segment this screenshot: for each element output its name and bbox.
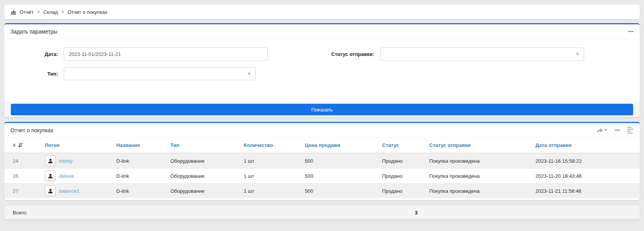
list-icon bbox=[627, 127, 634, 134]
cell-send-status: Покупка произведена bbox=[421, 187, 528, 196]
row-id-link[interactable]: 26 bbox=[4, 172, 37, 180]
parameters-panel: Задать параметры Дата: Тип: bbox=[4, 23, 640, 117]
chevron-down-icon bbox=[248, 73, 251, 75]
minus-icon bbox=[628, 31, 634, 32]
cell-price: 500 bbox=[297, 187, 374, 196]
send-status-label: Статус отправки: bbox=[322, 51, 380, 57]
totals-bar: Всего: 3 bbox=[4, 206, 640, 219]
parameters-form: Дата: Тип: Статус отправки: bbox=[4, 39, 640, 102]
user-icon bbox=[48, 188, 53, 194]
login-link[interactable]: deluxe bbox=[59, 173, 74, 179]
table-settings-button[interactable] bbox=[627, 127, 634, 134]
date-label: Дата: bbox=[10, 51, 64, 57]
user-profile-button[interactable] bbox=[45, 155, 56, 166]
collapse-button[interactable] bbox=[614, 130, 620, 131]
breadcrumb-separator: > bbox=[37, 9, 40, 15]
cell-type: Оборудование bbox=[163, 172, 236, 180]
report-panel: Отчет о покупках # bbox=[4, 122, 640, 200]
minus-icon bbox=[614, 130, 620, 131]
chevron-down-icon bbox=[576, 53, 579, 55]
cell-price: 500 bbox=[297, 157, 374, 165]
report-panel-header: Отчет о покупках bbox=[4, 123, 640, 138]
cell-send-date: 2023-11-16 15:58:22 bbox=[528, 157, 640, 165]
column-header-type[interactable]: Тип bbox=[163, 141, 236, 150]
user-icon bbox=[48, 158, 53, 164]
cell-send-date: 2023-11-20 16:43:46 bbox=[528, 172, 640, 180]
cell-name: D-link bbox=[109, 172, 163, 180]
cell-send-status: Покупка произведена bbox=[421, 157, 528, 165]
user-profile-button[interactable] bbox=[45, 185, 56, 196]
row-id-link[interactable]: 24 bbox=[4, 157, 37, 165]
column-header-number[interactable]: # bbox=[4, 141, 37, 150]
export-share-button[interactable] bbox=[596, 128, 607, 133]
column-header-price[interactable]: Цена продажи bbox=[297, 141, 374, 150]
send-status-select[interactable] bbox=[380, 47, 584, 61]
table-row: 24 triplay D-link Оборудование 1 шт 500 … bbox=[4, 153, 640, 168]
table-header-row: # Логин Название Тип Количество Цена про… bbox=[4, 138, 640, 153]
table-body: 24 triplay D-link Оборудование 1 шт 500 … bbox=[4, 153, 640, 198]
show-button[interactable]: Показать bbox=[11, 104, 633, 115]
parameters-panel-header: Задать параметры bbox=[4, 24, 640, 39]
cell-name: D-link bbox=[109, 157, 163, 165]
report-panel-title: Отчет о покупках bbox=[10, 127, 53, 133]
column-header-name[interactable]: Название bbox=[109, 141, 163, 150]
cell-type: Оборудование bbox=[163, 157, 236, 165]
cell-quantity: 1 шт bbox=[236, 172, 297, 180]
cell-status: Продано bbox=[374, 157, 421, 165]
collapse-button[interactable] bbox=[628, 31, 634, 32]
bar-chart-icon bbox=[10, 9, 17, 15]
table-row: 27 balance1 D-link Оборудование 1 шт 500… bbox=[4, 183, 640, 198]
total-count: 3 bbox=[374, 210, 421, 216]
column-header-quantity[interactable]: Количество bbox=[236, 141, 297, 150]
column-header-status[interactable]: Статус bbox=[374, 141, 421, 150]
breadcrumb: Отчёт > Склад > Отчет о покупках bbox=[4, 5, 640, 19]
user-profile-button[interactable] bbox=[45, 170, 56, 181]
cell-send-date: 2023-11-21 11:58:46 bbox=[528, 187, 640, 196]
breadcrumb-item-warehouse[interactable]: Склад bbox=[43, 9, 58, 15]
cell-price: 500 bbox=[297, 172, 374, 180]
cell-type: Оборудование bbox=[163, 187, 236, 196]
sort-icon bbox=[18, 143, 23, 148]
page: Отчёт > Склад > Отчет о покупках Задать … bbox=[0, 0, 644, 219]
breadcrumb-item-report[interactable]: Отчёт bbox=[20, 9, 34, 15]
table-row: 26 deluxe D-link Оборудование 1 шт 500 П… bbox=[4, 168, 640, 183]
login-link[interactable]: balance1 bbox=[59, 188, 80, 194]
type-label: Тип: bbox=[10, 71, 64, 77]
column-header-send-date[interactable]: Дата отправки bbox=[528, 141, 640, 150]
login-link[interactable]: triplay bbox=[59, 158, 73, 164]
cell-quantity: 1 шт bbox=[236, 187, 297, 196]
parameters-panel-footer: Показать bbox=[4, 102, 640, 117]
breadcrumb-separator: > bbox=[61, 9, 64, 15]
cell-quantity: 1 шт bbox=[236, 157, 297, 165]
column-header-send-status[interactable]: Статус отправки bbox=[421, 141, 528, 150]
cell-name: D-link bbox=[109, 187, 163, 196]
cell-status: Продано bbox=[374, 172, 421, 180]
breadcrumb-item-current: Отчет о покупках bbox=[68, 9, 107, 15]
row-id-link[interactable]: 27 bbox=[4, 187, 37, 196]
share-arrow-icon bbox=[596, 128, 603, 133]
total-label: Всего: bbox=[4, 210, 163, 216]
parameters-panel-title: Задать параметры bbox=[10, 29, 58, 35]
chevron-down-icon bbox=[604, 129, 607, 131]
cell-status: Продано bbox=[374, 187, 421, 196]
date-range-input[interactable] bbox=[64, 47, 268, 61]
user-icon bbox=[48, 173, 53, 179]
type-select[interactable] bbox=[64, 67, 256, 80]
column-header-login[interactable]: Логин bbox=[37, 141, 109, 150]
cell-send-status: Покупка произведена bbox=[421, 172, 528, 180]
